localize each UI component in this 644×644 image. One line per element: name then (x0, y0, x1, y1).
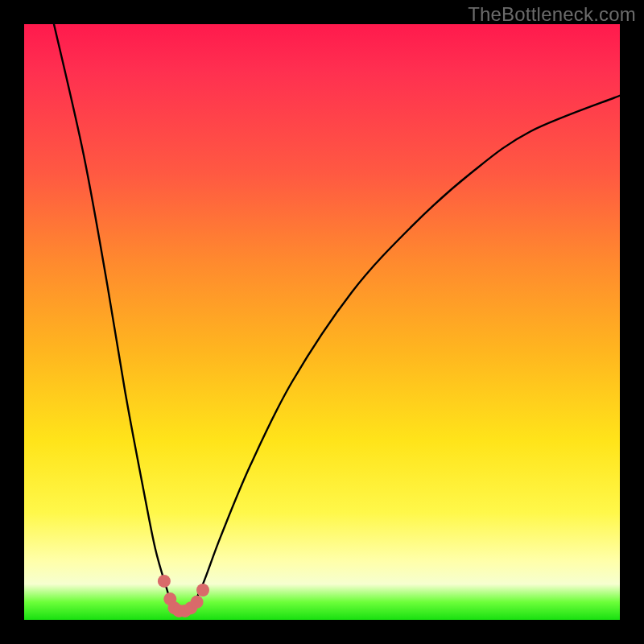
minimum-markers-group (158, 575, 209, 617)
minimum-marker (196, 584, 209, 597)
minimum-marker (191, 596, 204, 609)
bottleneck-chart-svg (24, 24, 620, 620)
watermark-text: TheBottleneck.com (468, 3, 636, 26)
bottleneck-curve-path (54, 24, 620, 614)
chart-frame (24, 24, 620, 620)
minimum-marker (158, 575, 171, 588)
